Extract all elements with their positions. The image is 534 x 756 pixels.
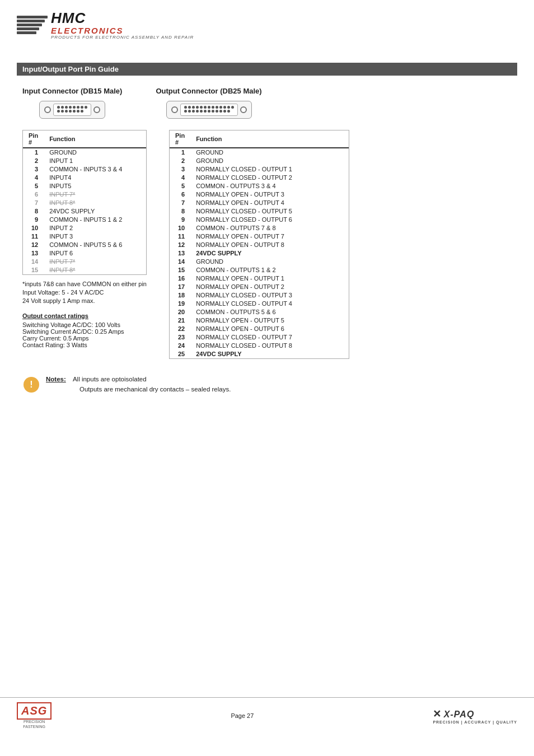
pin	[216, 106, 218, 109]
output-connector-title: Output Connector (DB25 Male)	[156, 87, 261, 95]
table-row: 1GROUND	[23, 148, 146, 157]
pin	[77, 106, 79, 109]
pin-function: COMMON - OUTPUTS 3 & 4	[190, 182, 349, 190]
pin-function: INPUT 3	[44, 232, 146, 241]
input-note-voltage: Input Voltage: 5 - 24 V AC/DC	[22, 289, 147, 296]
xpaq-text: X-PAQ	[444, 710, 474, 719]
table-row: 20COMMON - OUTPUTS 5 & 6	[170, 308, 349, 316]
pin-number: 14	[23, 258, 44, 266]
footer: ASG PRECISIONFASTENING Page 27 ✕ X-PAQ P…	[0, 697, 534, 734]
logo-stripes	[17, 16, 48, 34]
table-row: 9COMMON - INPUTS 1 & 2	[23, 216, 146, 224]
table-row: 4NORMALLY CLOSED - OUTPUT 2	[170, 174, 349, 182]
connectors-row: Input Connector (DB15 Male)	[22, 87, 512, 119]
pin-number: 10	[170, 224, 190, 232]
ratings-line: Carry Current: 0.5 Amps	[22, 335, 147, 342]
pin-number: 6	[170, 190, 190, 199]
pin	[204, 110, 207, 113]
pin	[227, 110, 230, 113]
footer-left-logo: ASG PRECISIONFASTENING	[17, 702, 51, 729]
pin-function: NORMALLY OPEN - OUTPUT 3	[190, 190, 349, 199]
pin	[200, 106, 203, 109]
table-row: 19NORMALLY CLOSED - OUTPUT 4	[170, 300, 349, 308]
ratings-line: Contact Rating: 3 Watts	[22, 342, 147, 348]
table-row: 14GROUND	[170, 258, 349, 266]
table-row: 10COMMON - OUTPUTS 7 & 8	[170, 224, 349, 232]
pin-function: INPUT 6	[44, 249, 146, 258]
pin	[61, 110, 64, 113]
pin	[184, 106, 187, 109]
pin-function: NORMALLY OPEN - OUTPUT 7	[190, 232, 349, 241]
table-row: 21NORMALLY OPEN - OUTPUT 5	[170, 316, 349, 325]
svg-text:!: !	[30, 380, 32, 389]
pin-function: COMMON - OUTPUTS 1 & 2	[190, 266, 349, 274]
pin-number: 22	[170, 325, 190, 333]
pin	[57, 106, 60, 109]
pin-number: 17	[170, 283, 190, 291]
table-row: 1GROUND	[170, 148, 349, 157]
section-title-bar: Input/Output Port Pin Guide	[17, 63, 517, 76]
pin-number: 3	[23, 165, 44, 174]
output-pins-top	[184, 106, 234, 109]
logo: HMC ELECTRONICS PRODUCTS FOR ELECTRONIC …	[17, 10, 517, 40]
pin	[216, 110, 218, 113]
table-row: 824VDC SUPPLY	[23, 207, 146, 216]
logo-stripe-3	[17, 24, 42, 26]
pin-function: NORMALLY OPEN - OUTPUT 5	[190, 316, 349, 325]
pin-number: 12	[23, 241, 44, 249]
table-row: 10INPUT 2	[23, 224, 146, 232]
input-table-wrap: Pin # Function 1GROUND2INPUT 13COMMON - …	[22, 130, 147, 275]
footer-page: Page 27	[231, 712, 254, 719]
logo-text: HMC ELECTRONICS PRODUCTS FOR ELECTRONIC …	[51, 10, 194, 40]
pin-function: NORMALLY CLOSED - OUTPUT 8	[190, 342, 349, 350]
table-row: 14INPUT 7*	[23, 258, 146, 266]
table-row: 6NORMALLY OPEN - OUTPUT 3	[170, 190, 349, 199]
logo-stripe-5	[17, 31, 36, 34]
pin	[73, 106, 76, 109]
pin-function: COMMON - INPUTS 5 & 6	[44, 241, 146, 249]
pin-function: NORMALLY OPEN - OUTPUT 4	[190, 199, 349, 207]
pin	[208, 106, 210, 109]
pin-number: 5	[170, 182, 190, 190]
table-row: 2524VDC SUPPLY	[170, 350, 349, 358]
pin-number: 21	[170, 316, 190, 325]
pin-number: 4	[170, 174, 190, 182]
pin-function: 24VDC SUPPLY	[44, 207, 146, 216]
pin-function: NORMALLY CLOSED - OUTPUT 5	[190, 207, 349, 216]
input-pins-top	[57, 106, 87, 109]
pin-number: 11	[170, 232, 190, 241]
input-connector-diagram	[39, 101, 105, 119]
input-connector-section: Input Connector (DB15 Male)	[22, 87, 122, 119]
pin	[61, 106, 64, 109]
pin	[77, 110, 79, 113]
pin	[223, 110, 226, 113]
table-row: 9NORMALLY CLOSED - OUTPUT 6	[170, 216, 349, 224]
notes-icon: !	[22, 376, 40, 394]
pin-function: INPUT 1	[44, 157, 146, 165]
output-table-area: Pin # Function 1GROUND2GROUND3NORMALLY C…	[169, 130, 349, 359]
pin-number: 25	[170, 350, 190, 358]
pin-function: GROUND	[190, 148, 349, 157]
table-row: 15INPUT 8*	[23, 266, 146, 274]
notes-label: Notes:	[46, 376, 66, 382]
pin-number: 14	[170, 258, 190, 266]
output-table-wrap: Pin # Function 1GROUND2GROUND3NORMALLY C…	[169, 130, 349, 359]
input-pins-bottom	[57, 110, 87, 113]
input-connector-circle-right	[93, 106, 100, 113]
pin	[69, 106, 72, 109]
table-row: 4INPUT4	[23, 174, 146, 182]
input-connector-title: Input Connector (DB15 Male)	[22, 87, 122, 95]
output-ratings: Output contact ratings Switching Voltage…	[22, 312, 147, 348]
pin	[219, 106, 222, 109]
pin-function: GROUND	[44, 148, 146, 157]
asg-sub: PRECISIONFASTENING	[23, 720, 45, 729]
pin-number: 15	[170, 266, 190, 274]
table-row: 13INPUT 6	[23, 249, 146, 258]
asg-sub-text: PRECISIONFASTENING	[23, 720, 45, 728]
pin-number: 1	[170, 148, 190, 157]
pin-number: 8	[23, 207, 44, 216]
pin-number: 2	[23, 157, 44, 165]
input-connector-circle-left	[44, 106, 51, 113]
output-connector-section: Output Connector (DB25 Male)	[156, 87, 261, 119]
pin-function: 24VDC SUPPLY	[190, 350, 349, 358]
